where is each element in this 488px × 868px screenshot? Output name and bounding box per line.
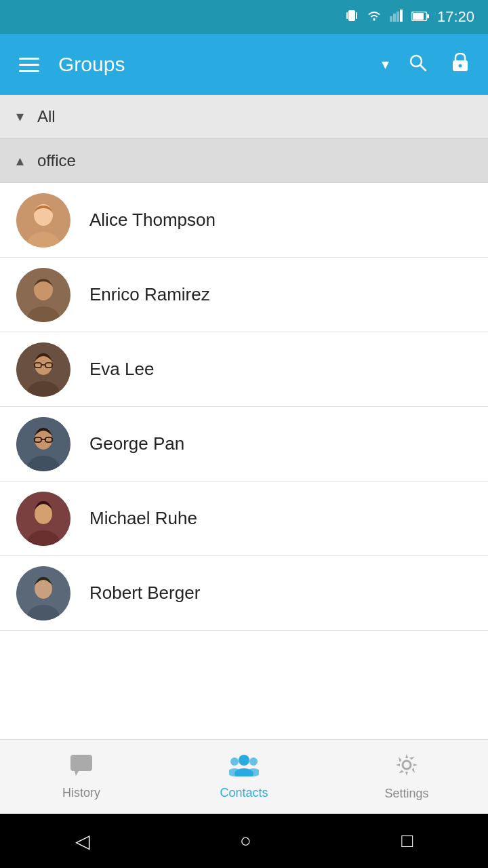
svg-rect-7 — [400, 9, 403, 22]
svg-rect-2 — [356, 12, 357, 19]
dropdown-button[interactable]: ▾ — [382, 56, 389, 73]
svg-rect-4 — [390, 16, 392, 22]
contact-name: Eva Lee — [89, 359, 154, 380]
contact-item[interactable]: George Pan — [0, 407, 488, 481]
back-button[interactable]: ◁ — [75, 830, 90, 852]
menu-button[interactable] — [14, 52, 45, 77]
svg-point-34 — [35, 504, 52, 524]
avatar — [16, 193, 70, 248]
search-button[interactable] — [403, 47, 432, 82]
contact-name: Alice Thompson — [89, 210, 216, 231]
contact-name: George Pan — [89, 433, 184, 454]
nav-history[interactable]: History — [0, 740, 163, 814]
battery-icon — [411, 10, 429, 24]
svg-line-12 — [420, 65, 426, 71]
status-bar: 17:20 — [0, 0, 488, 34]
svg-point-47 — [403, 761, 411, 769]
app-toolbar: Groups ▾ — [0, 34, 488, 95]
contact-item[interactable]: Enrico Ramirez — [0, 258, 488, 332]
svg-point-14 — [459, 64, 462, 67]
svg-marker-40 — [75, 771, 79, 776]
gear-icon — [394, 753, 419, 783]
people-icon — [229, 753, 259, 782]
filter-office[interactable]: ▴ office — [0, 139, 488, 183]
avatar — [16, 268, 70, 322]
bottom-nav: History Contacts — [0, 739, 488, 814]
contact-item[interactable]: Michael Ruhe — [0, 481, 488, 556]
nav-settings-label: Settings — [384, 787, 428, 801]
svg-rect-9 — [427, 14, 429, 18]
nav-contacts[interactable]: Contacts — [163, 740, 325, 814]
filter-all[interactable]: ▾ All — [0, 95, 488, 139]
avatar — [16, 342, 70, 397]
avatar — [16, 492, 70, 546]
chevron-up-icon: ▴ — [16, 152, 24, 170]
svg-rect-1 — [346, 12, 348, 19]
svg-rect-6 — [396, 12, 399, 22]
nav-history-label: History — [62, 786, 100, 800]
filter-all-label: All — [37, 107, 56, 126]
contact-item[interactable]: Robert Berger — [0, 556, 488, 631]
svg-point-43 — [230, 757, 239, 766]
svg-rect-10 — [413, 13, 424, 20]
wifi-icon — [367, 9, 382, 25]
contact-list: Alice Thompson Enrico Ramirez — [0, 183, 488, 739]
contact-name: Michael Ruhe — [89, 508, 197, 529]
group-filters: ▾ All ▴ office — [0, 95, 488, 183]
svg-rect-0 — [348, 10, 355, 21]
status-time: 17:20 — [437, 8, 474, 26]
svg-point-41 — [239, 755, 249, 766]
toolbar-title: Groups — [58, 53, 368, 76]
contact-name: Enrico Ramirez — [89, 284, 210, 305]
svg-rect-39 — [70, 755, 92, 771]
nav-contacts-label: Contacts — [220, 786, 268, 800]
contact-name: Robert Berger — [89, 583, 200, 604]
contact-item[interactable]: Eva Lee — [0, 332, 488, 407]
filter-office-label: office — [37, 151, 76, 170]
recent-button[interactable]: □ — [401, 830, 413, 852]
signal-icon — [390, 9, 403, 25]
nav-settings[interactable]: Settings — [325, 740, 488, 814]
vibrate-icon — [345, 8, 359, 26]
chevron-down-icon: ▾ — [16, 108, 24, 125]
lock-button[interactable] — [446, 47, 474, 83]
svg-rect-5 — [393, 14, 396, 22]
avatar — [16, 417, 70, 471]
toolbar-actions — [403, 47, 474, 83]
avatar — [16, 566, 70, 620]
home-button[interactable]: ○ — [240, 830, 251, 852]
svg-point-45 — [249, 757, 258, 766]
system-nav-bar: ◁ ○ □ — [0, 814, 488, 868]
contact-item[interactable]: Alice Thompson — [0, 183, 488, 258]
svg-point-3 — [373, 18, 375, 20]
chat-icon — [69, 753, 94, 782]
